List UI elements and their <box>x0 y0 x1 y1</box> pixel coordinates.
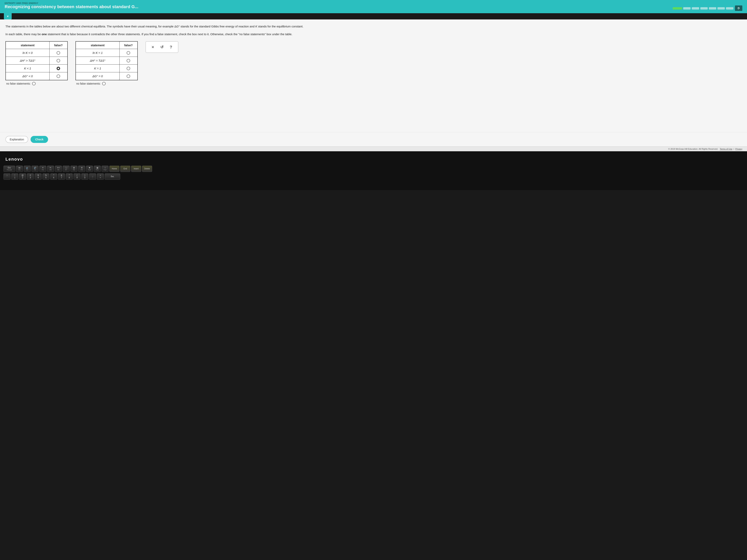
main-content: The statements in the tables below are a… <box>0 20 747 132</box>
table-row: K < 1 <box>6 64 68 72</box>
key-f11[interactable]: ▦ F11 <box>94 166 101 172</box>
table1-row2-radio[interactable] <box>49 57 68 64</box>
key-f6[interactable]: ☀+ F6 <box>55 166 62 172</box>
key-f8[interactable]: 🖥 F8 <box>71 166 77 172</box>
table1-row3-radio[interactable] <box>49 64 68 72</box>
feedback-x-button[interactable]: × <box>151 45 155 50</box>
key-insert[interactable]: Insert <box>131 166 141 172</box>
header-right-button[interactable]: D <box>735 5 742 11</box>
table2-row2-statement: ΔH° = TΔS° <box>76 57 120 64</box>
category-label: ENTROPY AND FREE ENERGY <box>5 2 138 4</box>
key-esc[interactable]: Esc FnLock <box>3 166 15 172</box>
key-2[interactable]: @2 <box>19 174 26 180</box>
radio-btn[interactable] <box>127 75 130 78</box>
intro-paragraph-1: The statements in the tables below are a… <box>5 24 742 29</box>
key-1[interactable]: !1 <box>11 174 18 180</box>
table2-col2-header: false? <box>120 42 137 49</box>
key-f1[interactable]: ⏮ F1 <box>16 166 23 172</box>
table1-no-false-row: no false statements: <box>5 82 35 85</box>
key-end[interactable]: End <box>120 166 130 172</box>
table1-col2-header: false? <box>49 42 68 49</box>
table2-col1-header: statement <box>76 42 120 49</box>
explanation-button[interactable]: Explanation <box>5 136 28 143</box>
table1-row1-radio[interactable] <box>49 49 68 57</box>
table-row: K = 1 <box>76 64 137 72</box>
feedback-undo-button[interactable]: ↺ <box>159 44 165 50</box>
table1-no-false-radio[interactable] <box>32 82 35 85</box>
key-backspace[interactable]: Bac <box>105 174 120 180</box>
key-f12[interactable]: ☆ F12 <box>102 166 108 172</box>
radio-btn[interactable] <box>57 59 60 62</box>
table-row: ΔG° < 0 <box>6 72 68 80</box>
progress-seg-5 <box>709 7 716 9</box>
key-8[interactable]: *8 <box>66 174 73 180</box>
footer: © 2019 McGraw-Hill Education. All Rights… <box>0 146 747 151</box>
key-f3[interactable]: 🔊 F3 <box>31 166 38 172</box>
radio-btn[interactable] <box>57 75 60 78</box>
radio-btn[interactable] <box>127 67 130 70</box>
table2-block: statement false? ln K = 1 ΔH° = TΔS° K =… <box>76 41 138 85</box>
key-delete[interactable]: Delete <box>142 166 152 172</box>
header: ENTROPY AND FREE ENERGY Recognizing cons… <box>0 0 747 13</box>
key-3[interactable]: #3 <box>27 174 34 180</box>
table1-block: statement false? ln K < 0 ΔH° > TΔS° K <… <box>5 41 68 85</box>
table-row: ΔH° > TΔS° <box>6 57 68 64</box>
dropdown-arrow[interactable] <box>0 13 747 20</box>
table2-row1-radio[interactable] <box>120 49 137 57</box>
table1-row4-radio[interactable] <box>49 72 68 80</box>
key-9[interactable]: (9 <box>74 174 80 180</box>
table2-row1-statement: ln K = 1 <box>76 49 120 57</box>
terms-link[interactable]: Terms of Use <box>720 148 732 150</box>
privacy-link[interactable]: Privacy <box>735 148 742 150</box>
table2-row3-radio[interactable] <box>120 64 137 72</box>
table2-row2-radio[interactable] <box>120 57 137 64</box>
key-home[interactable]: Home <box>109 166 120 172</box>
table2-no-false-radio[interactable] <box>102 82 106 85</box>
page-title: Recognizing consistency between statemen… <box>5 4 138 9</box>
key-f7[interactable]: ⬛ F7 <box>62 166 70 172</box>
radio-btn[interactable] <box>57 51 60 55</box>
progress-seg-4 <box>700 7 708 9</box>
progress-seg-2 <box>683 7 691 9</box>
key-minus[interactable]: _- <box>89 174 96 180</box>
lenovo-brand: Lenovo <box>0 155 747 165</box>
key-7[interactable]: &7 <box>58 174 65 180</box>
key-f10[interactable]: ✱ F10 <box>86 166 93 172</box>
key-f2[interactable]: 🔉 F2 <box>24 166 31 172</box>
table2: statement false? ln K = 1 ΔH° = TΔS° K =… <box>76 41 138 80</box>
table2-no-false-row: no false statements: <box>76 82 106 85</box>
table1: statement false? ln K < 0 ΔH° > TΔS° K <… <box>5 41 68 80</box>
feedback-box: × ↺ ? <box>146 41 178 53</box>
progress-seg-3 <box>692 7 699 9</box>
key-0[interactable]: )0 <box>81 174 88 180</box>
progress-seg-6 <box>717 7 725 9</box>
check-button[interactable]: Check <box>30 136 48 143</box>
progress-seg-7 <box>726 7 733 9</box>
progress-bar <box>673 7 733 9</box>
key-5[interactable]: %5 <box>43 174 49 180</box>
key-6[interactable]: ^6 <box>50 174 57 180</box>
key-f5[interactable]: ☀- F5 <box>47 166 54 172</box>
intro-paragraph-2: In each table, there may be one statemen… <box>5 32 742 36</box>
table-row: ln K = 1 <box>76 49 137 57</box>
radio-btn[interactable] <box>127 51 130 55</box>
table1-col1-header: statement <box>6 42 49 49</box>
table2-row4-statement: ΔG° = 0 <box>76 72 120 80</box>
key-4[interactable]: $4 <box>35 174 42 180</box>
key-f9[interactable]: ⚙ F9 <box>78 166 85 172</box>
table-row: ΔG° = 0 <box>76 72 137 80</box>
key-tilde[interactable]: ~` <box>3 174 10 180</box>
radio-btn[interactable] <box>127 59 130 62</box>
keyboard-area: Lenovo Esc FnLock ⏮ F1 🔉 F2 🔊 F3 ✕ F4 ☀-… <box>0 151 747 190</box>
key-equals[interactable]: += <box>97 174 104 180</box>
feedback-help-button[interactable]: ? <box>169 45 173 50</box>
copyright-text: © 2019 McGraw-Hill Education. All Rights… <box>668 148 718 150</box>
key-f4[interactable]: ✕ F4 <box>39 166 46 172</box>
tables-container: statement false? ln K < 0 ΔH° > TΔS° K <… <box>5 41 742 85</box>
table2-row4-radio[interactable] <box>120 72 137 80</box>
table2-no-false-label: no false statements: <box>76 82 101 85</box>
table-row: ln K < 0 <box>6 49 68 57</box>
table-row: ΔH° = TΔS° <box>76 57 137 64</box>
table1-row3-statement: K < 1 <box>6 64 49 72</box>
radio-btn-selected[interactable] <box>57 67 60 70</box>
